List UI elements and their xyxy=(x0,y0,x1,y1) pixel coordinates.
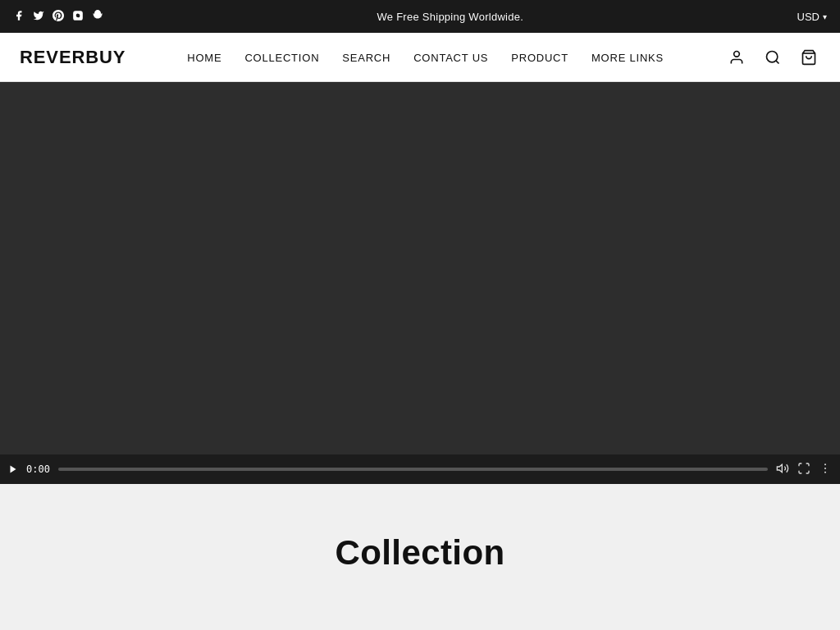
play-button[interactable] xyxy=(8,464,18,474)
header: REVERBUY HOME COLLECTION SEARCH CONTACT … xyxy=(0,33,840,82)
svg-marker-6 xyxy=(11,466,16,473)
currency-selector[interactable]: USD ▾ xyxy=(797,11,827,23)
nav-link-contact[interactable]: CONTACT US xyxy=(413,52,488,64)
svg-point-9 xyxy=(824,468,826,469)
nav-link-product[interactable]: PRODUCT xyxy=(511,52,568,64)
nav-item-more[interactable]: MORE LINKS xyxy=(591,50,664,65)
nav-link-home[interactable]: HOME xyxy=(187,52,221,64)
currency-chevron: ▾ xyxy=(823,12,827,21)
nav-link-more[interactable]: MORE LINKS xyxy=(591,52,664,64)
volume-icon[interactable] xyxy=(776,462,789,477)
nav-item-home[interactable]: HOME xyxy=(187,50,221,65)
video-time: 0:00 xyxy=(26,463,50,475)
svg-point-3 xyxy=(767,51,778,62)
video-controls: 0:00 xyxy=(0,454,840,484)
video-ctrl-icons xyxy=(776,462,832,477)
social-icons xyxy=(13,10,103,24)
video-section: 0:00 xyxy=(0,82,840,484)
search-icon[interactable] xyxy=(761,46,784,69)
announcement-text: We Free Shipping Worldwide. xyxy=(103,11,797,23)
nav-link-search[interactable]: SEARCH xyxy=(342,52,390,64)
collection-section: Collection xyxy=(0,484,840,605)
svg-point-2 xyxy=(734,51,740,57)
cart-icon[interactable] xyxy=(797,46,820,69)
collection-title: Collection xyxy=(16,533,824,573)
account-icon[interactable] xyxy=(725,46,748,69)
svg-line-4 xyxy=(776,60,779,63)
nav-item-product[interactable]: PRODUCT xyxy=(511,50,568,65)
facebook-icon[interactable] xyxy=(13,10,25,24)
main-nav: HOME COLLECTION SEARCH CONTACT US PRODUC… xyxy=(187,50,664,65)
nav-item-contact[interactable]: CONTACT US xyxy=(413,50,488,65)
logo[interactable]: REVERBUY xyxy=(20,47,126,68)
svg-marker-7 xyxy=(777,464,782,472)
fullscreen-icon[interactable] xyxy=(797,462,810,477)
nav-links: HOME COLLECTION SEARCH CONTACT US PRODUC… xyxy=(187,50,664,65)
currency-label: USD xyxy=(797,11,819,23)
nav-item-collection[interactable]: COLLECTION xyxy=(244,50,319,65)
video-area[interactable] xyxy=(0,82,840,454)
nav-item-search[interactable]: SEARCH xyxy=(342,50,390,65)
instagram-icon[interactable] xyxy=(72,10,84,24)
header-icons xyxy=(725,46,820,69)
announcement-bar: We Free Shipping Worldwide. USD ▾ xyxy=(0,0,840,33)
snapchat-icon[interactable] xyxy=(92,10,103,24)
video-progress-bar[interactable] xyxy=(58,468,768,471)
svg-point-10 xyxy=(824,471,826,472)
pinterest-icon[interactable] xyxy=(52,10,64,24)
svg-point-8 xyxy=(824,463,826,465)
nav-link-collection[interactable]: COLLECTION xyxy=(244,52,319,64)
more-options-icon[interactable] xyxy=(819,462,832,477)
twitter-icon[interactable] xyxy=(33,10,44,24)
